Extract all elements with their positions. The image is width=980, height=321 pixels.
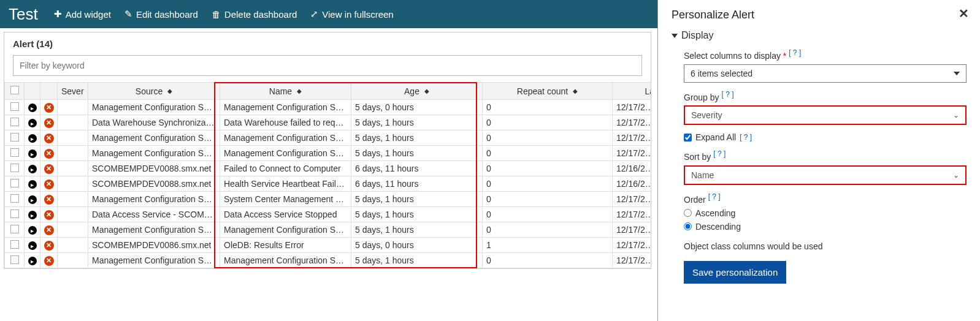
expand-row-icon[interactable]: ▸ (28, 149, 37, 158)
last-header[interactable]: La (613, 83, 651, 100)
row-checkbox[interactable] (10, 148, 19, 157)
delete-dashboard-label: Delete dashboard (224, 9, 297, 20)
table-row[interactable]: ▸✕Management Configuration ServiceManage… (5, 100, 651, 115)
select-all-checkbox[interactable] (10, 86, 19, 94)
repeat-cell: 0 (483, 100, 613, 115)
row-checkbox[interactable] (10, 102, 19, 111)
group-by-label-text: Group by (684, 92, 719, 102)
group-by-value: Severity (691, 110, 722, 120)
columns-label-text: Select columns to display (684, 51, 781, 61)
fullscreen-button[interactable]: ⤢ View in fullscreen (310, 9, 393, 20)
dashboard-title: Test (9, 5, 38, 24)
expand-row-icon[interactable]: ▸ (28, 226, 37, 235)
add-widget-label: Add widget (66, 9, 111, 20)
last-cell: 12/17/2020 (613, 253, 651, 268)
plus-icon: ✚ (54, 9, 62, 20)
expand-row-icon[interactable]: ▸ (28, 195, 37, 204)
repeat-cell: 0 (483, 192, 613, 207)
row-checkbox[interactable] (10, 179, 19, 187)
help-icon[interactable]: [ ? ] (708, 192, 721, 201)
severity-cell (58, 192, 88, 207)
table-row[interactable]: ▸✕Management Configuration ServiceSystem… (5, 192, 651, 207)
sort-by-dropdown[interactable]: Name ⌄ (684, 165, 967, 185)
table-row[interactable]: ▸✕SCOMBEMPDEV0088.smx.netHealth Service … (5, 176, 651, 192)
filter-input[interactable] (13, 55, 642, 76)
last-cell: 12/17/2020 (613, 115, 651, 130)
severity-cell (58, 253, 88, 268)
group-by-dropdown[interactable]: Severity ⌄ (684, 105, 967, 125)
repeat-header-label: Repeat count (517, 86, 568, 96)
add-widget-button[interactable]: ✚ Add widget (54, 9, 111, 20)
table-row[interactable]: ▸✕Data Access Service - SCOMBEMPDEData A… (5, 207, 651, 222)
age-cell: 6 days, 11 hours (351, 176, 483, 192)
row-checkbox[interactable] (10, 255, 19, 264)
source-cell: Data Access Service - SCOMBEMPDE (88, 207, 220, 222)
delete-dashboard-button[interactable]: 🗑 Delete dashboard (212, 9, 297, 20)
descending-radio[interactable] (684, 222, 692, 230)
row-checkbox[interactable] (10, 133, 19, 142)
expand-row-icon[interactable]: ▸ (28, 165, 37, 173)
row-checkbox[interactable] (10, 240, 19, 249)
name-cell: Management Configuration Service (220, 100, 351, 115)
table-row[interactable]: ▸✕Management Configuration ServiceManage… (5, 146, 651, 161)
expand-row-icon[interactable]: ▸ (28, 104, 37, 112)
help-icon[interactable]: [ ? ] (740, 133, 752, 142)
age-cell: 5 days, 0 hours (351, 100, 483, 115)
last-cell: 12/16/2020 (613, 176, 651, 192)
help-icon[interactable]: [ ? ] (713, 149, 725, 158)
repeat-cell: 0 (483, 146, 613, 161)
sort-by-value: Name (691, 170, 714, 180)
repeat-cell: 0 (483, 161, 613, 176)
severity-cell (58, 100, 88, 115)
chevron-down-icon: ⌄ (953, 171, 959, 179)
name-cell: OleDB: Results Error (220, 238, 351, 253)
close-icon[interactable]: ✕ (959, 6, 969, 21)
save-personalization-button[interactable]: Save personalization (684, 261, 786, 284)
help-icon[interactable]: [ ? ] (721, 90, 733, 99)
expand-row-icon[interactable]: ▸ (28, 257, 37, 265)
name-header[interactable]: Name◆ (220, 83, 351, 100)
severity-cell (58, 207, 88, 222)
row-checkbox[interactable] (10, 210, 19, 218)
source-cell: SCOMBEMPDEV0088.smx.net (88, 176, 220, 192)
expand-row-icon[interactable]: ▸ (28, 180, 37, 189)
row-checkbox[interactable] (10, 194, 19, 203)
row-checkbox[interactable] (10, 118, 19, 126)
row-checkbox[interactable] (10, 225, 19, 233)
expand-all-checkbox[interactable] (684, 134, 692, 142)
panel-title: Personalize Alert (672, 9, 967, 21)
last-cell: 12/17/2020 (613, 130, 651, 146)
source-header[interactable]: Source◆ (88, 83, 220, 100)
severity-header[interactable]: Sever (58, 83, 88, 100)
expand-row-icon[interactable]: ▸ (28, 119, 37, 127)
edit-dashboard-button[interactable]: ✎ Edit dashboard (124, 9, 198, 20)
table-row[interactable]: ▸✕SCOMBEMPDEV0088.smx.netFailed to Conne… (5, 161, 651, 176)
table-row[interactable]: ▸✕SCOMBEMPDEV0086.smx.netOleDB: Results … (5, 238, 651, 253)
help-icon[interactable]: [ ? ] (789, 48, 801, 57)
table-row[interactable]: ▸✕Management Configuration ServiceManage… (5, 130, 651, 146)
age-cell: 5 days, 1 hours (351, 222, 483, 238)
edit-dashboard-label: Edit dashboard (136, 9, 198, 20)
pencil-icon: ✎ (124, 9, 132, 20)
table-row[interactable]: ▸✕Management Configuration ServiceManage… (5, 253, 651, 268)
repeat-header[interactable]: Repeat count◆ (483, 83, 613, 100)
display-section-toggle[interactable]: Display (672, 30, 967, 41)
source-cell: Data Warehouse Synchronization Se (88, 115, 220, 130)
columns-dropdown[interactable]: 6 items selected (684, 64, 967, 83)
severity-cell (58, 176, 88, 192)
row-checkbox[interactable] (10, 164, 19, 172)
age-header[interactable]: Age◆ (351, 83, 483, 100)
sort-icon: ◆ (424, 88, 429, 94)
table-row[interactable]: ▸✕Management Configuration ServiceManage… (5, 222, 651, 238)
table-row[interactable]: ▸✕Data Warehouse Synchronization SeData … (5, 115, 651, 130)
expand-row-icon[interactable]: ▸ (28, 211, 37, 219)
severity-critical-icon: ✕ (44, 179, 54, 189)
severity-cell (58, 238, 88, 253)
source-cell: SCOMBEMPDEV0086.smx.net (88, 238, 220, 253)
ascending-radio[interactable] (684, 209, 692, 217)
severity-critical-icon: ✕ (44, 256, 54, 266)
source-cell: Management Configuration Service (88, 130, 220, 146)
expand-row-icon[interactable]: ▸ (28, 241, 37, 250)
source-cell: Management Configuration Service (88, 146, 220, 161)
expand-row-icon[interactable]: ▸ (28, 134, 37, 143)
